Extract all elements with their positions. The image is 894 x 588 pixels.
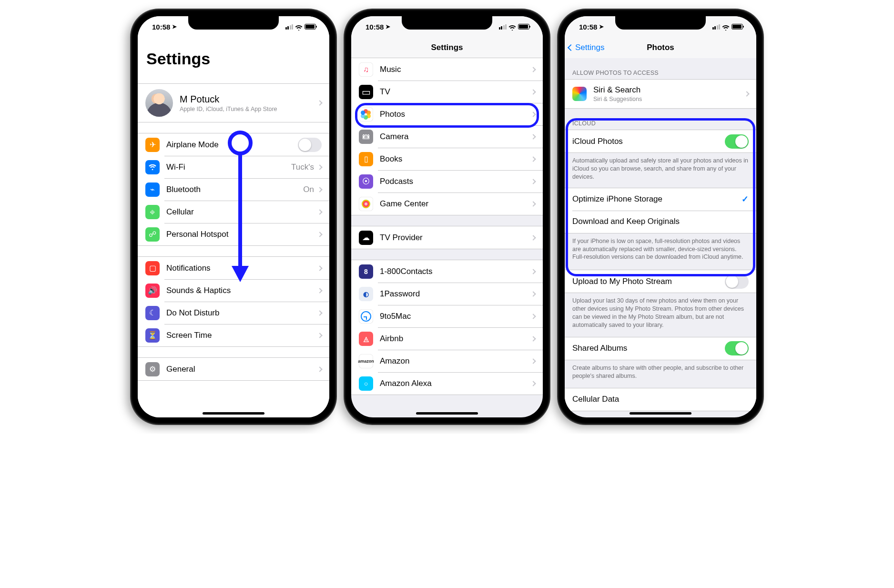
group-notifications: ▢ Notifications 🔊 Sounds & Haptics ☾ Do … xyxy=(138,256,329,347)
home-indicator[interactable] xyxy=(416,412,478,415)
row-label: Do Not Disturb xyxy=(166,308,318,318)
row-label: Notifications xyxy=(166,264,318,273)
row-label: Amazon xyxy=(380,356,531,366)
row-music[interactable]: ♫ Music xyxy=(351,58,543,81)
moon-icon: ☾ xyxy=(145,306,160,320)
row-apple-id[interactable]: M Potuck Apple ID, iCloud, iTunes & App … xyxy=(138,84,329,122)
row-camera[interactable]: 📷︎ Camera xyxy=(351,125,543,148)
chevron-right-icon xyxy=(317,209,322,214)
row-1800contacts[interactable]: 8 1-800Contacts xyxy=(351,260,543,283)
cell-signal-icon xyxy=(499,24,507,30)
app-icon: ○ xyxy=(359,376,373,391)
books-icon: ▯ xyxy=(359,152,373,166)
row-cellular-data[interactable]: Cellular Data xyxy=(565,388,756,411)
podcasts-icon: ⦿ xyxy=(359,174,373,189)
row-airplane-mode[interactable]: ✈︎ Airplane Mode xyxy=(138,133,329,156)
row-airbnb[interactable]: ◬ Airbnb xyxy=(351,327,543,350)
row-hotspot[interactable]: ☍ Personal Hotspot xyxy=(138,223,329,245)
footer-stream: Upload your last 30 days of new photos a… xyxy=(565,293,756,331)
toggle-icloud-photos[interactable] xyxy=(725,134,749,149)
row-download-originals[interactable]: Download and Keep Originals xyxy=(565,211,756,233)
settings-scrolled-content[interactable]: Settings ♫ Music ▭ TV xyxy=(351,37,543,417)
notch xyxy=(615,16,706,30)
row-books[interactable]: ▯ Books xyxy=(351,148,543,170)
footer-icloud: Automatically upload and safely store al… xyxy=(565,153,756,183)
chevron-right-icon xyxy=(530,235,536,240)
chevron-right-icon xyxy=(317,366,322,372)
group-storage-option: Optimize iPhone Storage ✓ Download and K… xyxy=(565,188,756,233)
row-9to5mac[interactable]: 9to5Mac xyxy=(351,305,543,327)
status-icons xyxy=(285,24,316,30)
row-value: On xyxy=(303,185,314,194)
phone-frame-3: 10:58➤ Settings Photos ALLOW PHOTOS TO A… xyxy=(558,10,763,424)
back-button[interactable]: Settings xyxy=(569,43,604,52)
group-third-party: 8 1-800Contacts ◐ 1Password 9to5Mac ◬ Ai… xyxy=(351,260,543,395)
row-wifi[interactable]: Wi-Fi Tuck's xyxy=(138,156,329,178)
row-tv-provider[interactable]: ☁︎ TV Provider xyxy=(351,226,543,249)
wifi-settings-icon xyxy=(145,160,160,174)
airplane-icon: ✈︎ xyxy=(145,138,160,152)
row-dnd[interactable]: ☾ Do Not Disturb xyxy=(138,302,329,324)
cell-signal-icon xyxy=(285,24,294,30)
row-label: Camera xyxy=(380,132,531,142)
row-screen-time[interactable]: ⏳ Screen Time xyxy=(138,324,329,346)
clock-text: 10:58 xyxy=(579,23,597,31)
row-notifications[interactable]: ▢ Notifications xyxy=(138,257,329,279)
chevron-left-icon xyxy=(568,44,574,51)
status-time: 10:58 ➤ xyxy=(152,23,177,31)
photos-settings-content[interactable]: Settings Photos ALLOW PHOTOS TO ACCESS S… xyxy=(565,37,756,417)
app-icon: ◬ xyxy=(359,332,373,346)
row-1password[interactable]: ◐ 1Password xyxy=(351,283,543,305)
row-photos[interactable]: Photos xyxy=(351,103,543,125)
group-photo-stream: Upload to My Photo Stream xyxy=(565,270,756,293)
row-icloud-photos[interactable]: iCloud Photos xyxy=(565,130,756,152)
toggle-airplane[interactable] xyxy=(298,138,322,152)
row-siri-search[interactable]: Siri & Search Siri & Suggestions xyxy=(565,80,756,108)
group-cellular-data: Cellular Data xyxy=(565,388,756,411)
back-label: Settings xyxy=(575,43,604,52)
profile-name: M Potuck xyxy=(180,94,318,105)
navbar: Settings Photos xyxy=(565,37,756,58)
chevron-right-icon xyxy=(530,89,536,94)
location-icon: ➤ xyxy=(386,23,390,30)
section-header-icloud: ICLOUD xyxy=(565,109,756,130)
row-bluetooth[interactable]: ⌁ Bluetooth On xyxy=(138,178,329,201)
group-siri: Siri & Search Siri & Suggestions xyxy=(565,79,756,109)
row-amazon-alexa[interactable]: ○ Amazon Alexa xyxy=(351,372,543,395)
row-photo-stream[interactable]: Upload to My Photo Stream xyxy=(565,270,756,293)
row-podcasts[interactable]: ⦿ Podcasts xyxy=(351,170,543,193)
row-amazon[interactable]: amazon Amazon xyxy=(351,350,543,372)
sounds-icon: 🔊 xyxy=(145,284,160,298)
hotspot-icon: ☍ xyxy=(145,227,160,242)
row-label: Airplane Mode xyxy=(166,140,298,150)
tv-provider-icon: ☁︎ xyxy=(359,231,373,245)
home-indicator[interactable] xyxy=(203,412,264,415)
section-header-allow: ALLOW PHOTOS TO ACCESS xyxy=(565,58,756,79)
screen-1: 10:58 ➤ Settings M Potuck Apple ID, iClo… xyxy=(138,16,329,417)
chevron-right-icon xyxy=(530,291,536,296)
app-icon: ◐ xyxy=(359,287,373,301)
row-game-center[interactable]: Game Center xyxy=(351,193,543,215)
location-icon: ➤ xyxy=(172,23,177,30)
navbar-title: Settings xyxy=(431,43,463,52)
row-cellular[interactable]: ⎆ Cellular xyxy=(138,201,329,223)
settings-root-content[interactable]: Settings M Potuck Apple ID, iCloud, iTun… xyxy=(138,37,329,417)
row-optimize-storage[interactable]: Optimize iPhone Storage ✓ xyxy=(565,188,756,211)
row-sublabel: Siri & Suggestions xyxy=(593,96,745,102)
row-label: Sounds & Haptics xyxy=(166,286,318,295)
row-tv[interactable]: ▭ TV xyxy=(351,81,543,103)
clock-text: 10:58 xyxy=(366,23,384,31)
music-icon: ♫ xyxy=(359,62,373,77)
toggle-shared-albums[interactable] xyxy=(725,341,749,355)
row-label: Optimize iPhone Storage xyxy=(572,194,742,204)
row-general[interactable]: ⚙︎ General xyxy=(138,358,329,380)
row-shared-albums[interactable]: Shared Albums xyxy=(565,337,756,360)
hourglass-icon: ⏳ xyxy=(145,328,160,343)
group-icloud-photos: iCloud Photos xyxy=(565,130,756,153)
row-label: Game Center xyxy=(380,199,531,209)
home-indicator[interactable] xyxy=(630,412,691,415)
row-sounds[interactable]: 🔊 Sounds & Haptics xyxy=(138,279,329,302)
row-label: General xyxy=(166,365,318,374)
wifi-icon xyxy=(295,24,303,30)
toggle-photo-stream[interactable] xyxy=(725,274,749,289)
